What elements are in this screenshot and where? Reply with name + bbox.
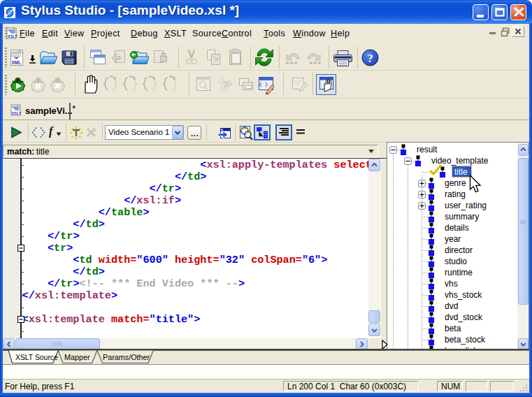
svg-text:XSLT: XSLT <box>8 34 17 38</box>
svg-text:Params/Other: Params/Other <box>103 353 150 361</box>
svg-text:?: ? <box>367 52 373 65</box>
svg-text:XML: XML <box>12 60 22 65</box>
svg-text:XSLT: XSLT <box>12 111 22 115</box>
svg-text:Mapper: Mapper <box>64 353 90 361</box>
svg-text:XSLT Source: XSLT Source <box>15 354 58 361</box>
